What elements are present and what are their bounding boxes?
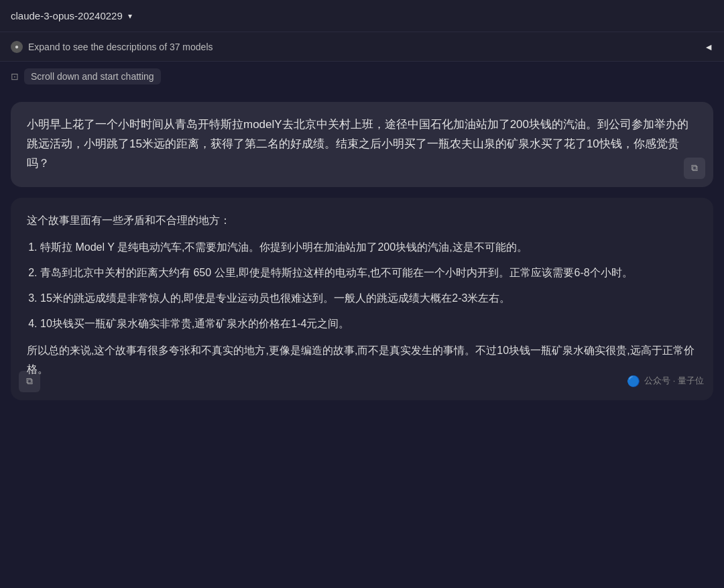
scroll-hint-text: Scroll down and start chatting <box>24 68 161 84</box>
watermark-logo-icon: 🔵 <box>627 372 640 391</box>
collapse-arrow-icon[interactable]: ◄ <box>704 42 713 52</box>
list-item: 特斯拉 Model Y 是纯电动汽车,不需要加汽油。你提到小明在加油站加了200… <box>40 238 697 257</box>
ai-conclusion-text: 所以总的来说,这个故事有很多夸张和不真实的地方,更像是编造的故事,而不是真实发生… <box>27 341 697 379</box>
header-bar: claude-3-opus-20240229 ▾ <box>0 0 724 32</box>
list-item: 10块钱买一瓶矿泉水确实非常贵,通常矿泉水的价格在1-4元之间。 <box>40 314 697 333</box>
scroll-hint-bar: ⊡ Scroll down and start chatting <box>0 62 724 91</box>
expand-left-group: ● Expand to see the descriptions of 37 m… <box>11 41 213 53</box>
user-message-bubble: 小明早上花了一个小时时间从青岛开特斯拉modelY去北京中关村上班，途径中国石化… <box>11 102 713 187</box>
expand-circle-icon: ● <box>11 41 23 53</box>
watermark-label: 🔵 公众号 · 量子位 <box>627 372 704 391</box>
scroll-hint-icon: ⊡ <box>11 71 19 82</box>
copy-ai-message-button[interactable]: ⧉ <box>19 371 40 392</box>
copy-user-message-button[interactable]: ⧉ <box>684 158 705 179</box>
ai-intro-text: 这个故事里面有一些矛盾和不合理的地方： <box>27 211 697 230</box>
ai-message-bubble: 这个故事里面有一些矛盾和不合理的地方： 特斯拉 Model Y 是纯电动汽车,不… <box>11 198 713 400</box>
expand-text-label: Expand to see the descriptions of 37 mod… <box>28 42 213 52</box>
list-item: 15米的跳远成绩是非常惊人的,即使是专业运动员也很难达到。一般人的跳远成绩大概在… <box>40 289 697 308</box>
chat-area: 小明早上花了一个小时时间从青岛开特斯拉modelY去北京中关村上班，途径中国石化… <box>0 91 724 588</box>
watermark-text: 公众号 · 量子位 <box>644 373 704 389</box>
expand-models-row[interactable]: ● Expand to see the descriptions of 37 m… <box>0 32 724 62</box>
model-selector[interactable]: claude-3-opus-20240229 ▾ <box>11 10 132 21</box>
list-item: 青岛到北京中关村的距离大约有 650 公里,即使是特斯拉这样的电动车,也不可能在… <box>40 263 697 282</box>
model-name-label: claude-3-opus-20240229 <box>11 10 123 21</box>
chevron-down-icon: ▾ <box>128 11 132 21</box>
user-message-text: 小明早上花了一个小时时间从青岛开特斯拉modelY去北京中关村上班，途径中国石化… <box>27 118 688 170</box>
ai-points-list: 特斯拉 Model Y 是纯电动汽车,不需要加汽油。你提到小明在加油站加了200… <box>27 238 697 333</box>
